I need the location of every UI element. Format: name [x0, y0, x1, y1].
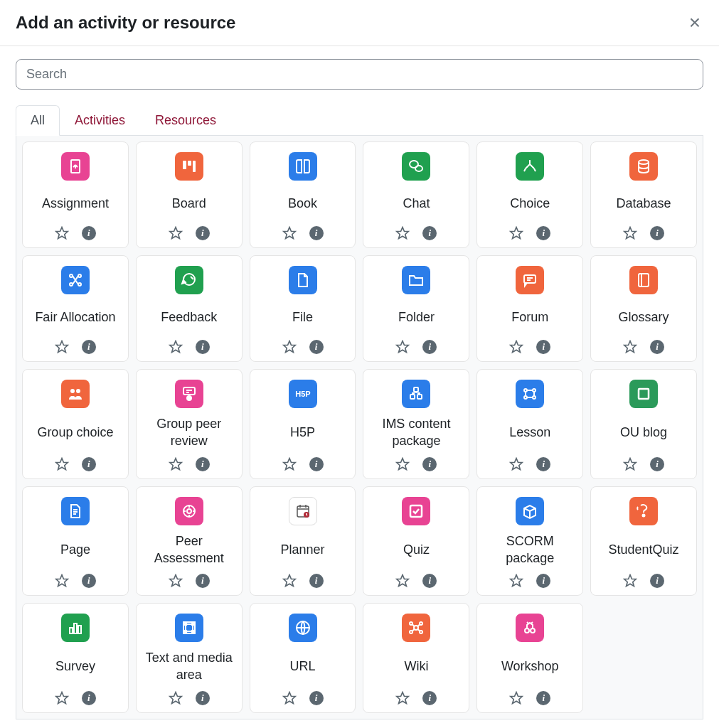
info-icon[interactable]: i	[82, 226, 96, 240]
activity-card-forum[interactable]: Forumi	[476, 255, 583, 362]
info-icon[interactable]: i	[536, 691, 550, 705]
info-icon[interactable]: i	[82, 340, 96, 354]
activity-card-choice[interactable]: Choicei	[476, 141, 583, 248]
tab-all[interactable]: All	[16, 105, 60, 136]
activity-card-h5p[interactable]: H5PH5Pi	[250, 369, 356, 479]
activity-label[interactable]: Folder	[398, 301, 435, 333]
activity-card-wiki[interactable]: Wikii	[363, 603, 469, 713]
star-icon[interactable]	[55, 691, 69, 705]
activity-label[interactable]: Wiki	[404, 649, 428, 684]
info-icon[interactable]: i	[536, 457, 550, 471]
info-icon[interactable]: i	[650, 574, 664, 588]
info-icon[interactable]: i	[422, 691, 437, 705]
info-icon[interactable]: i	[536, 340, 550, 354]
activity-label[interactable]: Assignment	[42, 188, 109, 219]
star-icon[interactable]	[509, 457, 523, 471]
tab-activities[interactable]: Activities	[60, 105, 140, 136]
info-icon[interactable]: i	[196, 340, 210, 354]
activity-label[interactable]: Quiz	[403, 532, 430, 567]
star-icon[interactable]	[169, 457, 183, 471]
star-icon[interactable]	[169, 574, 183, 588]
star-icon[interactable]	[282, 340, 297, 354]
info-icon[interactable]: i	[309, 226, 324, 240]
activity-card-ou-blog[interactable]: OU blogi	[590, 369, 697, 479]
star-icon[interactable]	[282, 226, 297, 240]
star-icon[interactable]	[395, 574, 410, 588]
activity-label[interactable]: Fair Allocation	[35, 301, 115, 333]
star-icon[interactable]	[395, 691, 410, 705]
star-icon[interactable]	[509, 226, 523, 240]
star-icon[interactable]	[169, 691, 183, 705]
activity-card-board[interactable]: Boardi	[136, 141, 243, 248]
activity-label[interactable]: Group choice	[37, 415, 113, 450]
info-icon[interactable]: i	[422, 574, 437, 588]
activity-card-database[interactable]: Databasei	[590, 141, 697, 248]
star-icon[interactable]	[282, 691, 297, 705]
info-icon[interactable]: i	[309, 691, 324, 705]
star-icon[interactable]	[169, 340, 183, 354]
activity-card-chat[interactable]: Chati	[363, 141, 469, 248]
activity-label[interactable]: StudentQuiz	[609, 532, 679, 567]
activity-card-quiz[interactable]: Quizi	[363, 486, 469, 596]
info-icon[interactable]: i	[196, 691, 210, 705]
star-icon[interactable]	[623, 340, 637, 354]
activity-card-folder[interactable]: Folderi	[363, 255, 469, 362]
star-icon[interactable]	[55, 226, 69, 240]
star-icon[interactable]	[623, 574, 637, 588]
info-icon[interactable]: i	[650, 340, 664, 354]
star-icon[interactable]	[509, 340, 523, 354]
info-icon[interactable]: i	[422, 340, 437, 354]
activity-card-group-choice[interactable]: Group choicei	[22, 369, 129, 479]
info-icon[interactable]: i	[82, 457, 96, 471]
star-icon[interactable]	[395, 340, 410, 354]
activity-label[interactable]: URL	[290, 649, 316, 684]
star-icon[interactable]	[509, 691, 523, 705]
star-icon[interactable]	[623, 457, 637, 471]
info-icon[interactable]: i	[309, 574, 324, 588]
star-icon[interactable]	[55, 574, 69, 588]
activity-label[interactable]: Text and media area	[141, 649, 238, 684]
activity-card-group-peer-review[interactable]: Group peer reviewi	[136, 369, 243, 479]
activity-card-page[interactable]: Pagei	[22, 486, 129, 596]
activity-label[interactable]: Choice	[510, 188, 550, 219]
star-icon[interactable]	[509, 574, 523, 588]
search-input[interactable]	[16, 59, 703, 90]
star-icon[interactable]	[395, 457, 410, 471]
activity-card-text-and-media-area[interactable]: Text and media areai	[136, 603, 243, 713]
star-icon[interactable]	[282, 574, 297, 588]
activity-label[interactable]: Group peer review	[141, 415, 238, 450]
activity-card-survey[interactable]: Surveyi	[22, 603, 129, 713]
info-icon[interactable]: i	[196, 574, 210, 588]
activity-card-assignment[interactable]: Assignmenti	[22, 141, 129, 248]
activity-card-feedback[interactable]: Feedbacki	[136, 255, 243, 362]
info-icon[interactable]: i	[309, 340, 324, 354]
activity-label[interactable]: Forum	[511, 301, 548, 333]
activity-label[interactable]: Feedback	[161, 301, 217, 333]
info-icon[interactable]: i	[650, 457, 664, 471]
activity-label[interactable]: SCORM package	[481, 532, 578, 567]
star-icon[interactable]	[395, 226, 410, 240]
activity-card-file[interactable]: Filei	[250, 255, 356, 362]
activity-card-scorm-package[interactable]: SCORM packagei	[476, 486, 583, 596]
info-icon[interactable]: i	[422, 226, 437, 240]
activity-card-studentquiz[interactable]: StudentQuizi	[590, 486, 697, 596]
info-icon[interactable]: i	[309, 457, 324, 471]
info-icon[interactable]: i	[196, 457, 210, 471]
activity-label[interactable]: File	[292, 301, 313, 333]
activity-label[interactable]: IMS content package	[368, 415, 464, 450]
activity-label[interactable]: Workshop	[501, 649, 559, 684]
activity-label[interactable]: Planner	[281, 532, 325, 567]
activity-label[interactable]: Lesson	[509, 415, 550, 450]
activity-label[interactable]: Page	[60, 532, 90, 567]
activity-card-book[interactable]: Booki	[250, 141, 356, 248]
activity-label[interactable]: H5P	[290, 415, 315, 450]
activity-card-peer-assessment[interactable]: Peer Assessmenti	[136, 486, 243, 596]
star-icon[interactable]	[169, 226, 183, 240]
activity-label[interactable]: Database	[617, 188, 671, 219]
activity-card-fair-allocation[interactable]: Fair Allocationi	[22, 255, 129, 362]
info-icon[interactable]: i	[82, 574, 96, 588]
activity-card-url[interactable]: URLi	[250, 603, 356, 713]
activity-card-workshop[interactable]: Workshopi	[476, 603, 583, 713]
activity-card-planner[interactable]: Planneri	[250, 486, 356, 596]
activity-label[interactable]: Board	[172, 188, 206, 219]
